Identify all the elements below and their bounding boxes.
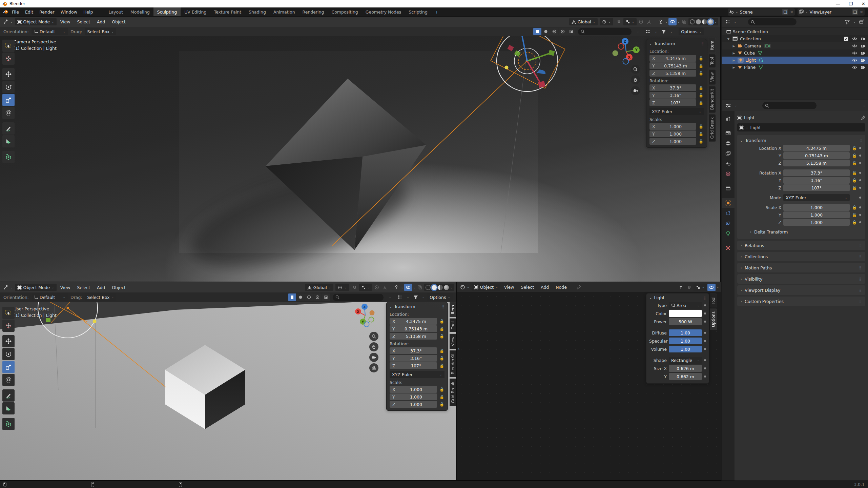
xray-toggle[interactable] xyxy=(680,18,688,25)
rotate-tool[interactable] xyxy=(2,81,15,93)
menu-object[interactable]: Object xyxy=(109,285,129,290)
section-relations[interactable]: ›Relations⣿ xyxy=(737,241,865,250)
animate-dot[interactable] xyxy=(859,162,861,164)
workspace-tab-layout[interactable]: Layout xyxy=(105,7,127,16)
mode-dropdown[interactable]: Object Mode⌄ xyxy=(15,284,57,291)
outliner-row-camera[interactable]: ▶ Camera xyxy=(722,42,868,49)
mirror-dropdown[interactable]: ⌄ xyxy=(386,293,394,301)
viewport-3d-top-canvas[interactable]: Z Y X Camera Perspective (1) Collection … xyxy=(0,36,720,282)
size-y-field[interactable]: 0.662 m xyxy=(669,373,702,380)
mesh-data-icon[interactable] xyxy=(759,65,763,69)
editor-type-button[interactable] xyxy=(459,284,466,291)
rotation-y-field[interactable]: 3.16° xyxy=(783,177,850,184)
animate-dot[interactable] xyxy=(704,340,706,342)
workspace-tab-modeling[interactable]: Modeling xyxy=(127,7,153,16)
drag-handle-icon[interactable]: ⣿ xyxy=(442,305,445,308)
annotate-tool[interactable] xyxy=(2,122,15,135)
node-sidebar-tab-tool[interactable]: Tool xyxy=(710,293,717,307)
section-motion-paths[interactable]: ›Motion Paths⣿ xyxy=(737,263,865,272)
select-new-toggle[interactable] xyxy=(288,293,296,301)
close-button[interactable]: ✕ xyxy=(862,1,865,6)
render-camera-icon[interactable] xyxy=(861,51,865,55)
workspace-tab-texture-paint[interactable]: Texture Paint xyxy=(210,7,245,16)
expand-caret-icon[interactable]: ▶ xyxy=(732,52,736,55)
select-invert-toggle[interactable] xyxy=(559,28,567,35)
transform-panel-header[interactable]: ⌄ Transform ⣿ xyxy=(387,302,448,310)
eye-icon[interactable] xyxy=(852,58,857,62)
outliner-row-scene-collection[interactable]: Scene Collection xyxy=(722,28,868,35)
workspace-tab-uv-editing[interactable]: UV Editing xyxy=(181,7,210,16)
pin-icon[interactable] xyxy=(861,116,865,120)
delta-transform-section[interactable]: › Delta Transform xyxy=(740,227,863,236)
perspective-toggle-button[interactable] xyxy=(369,363,378,372)
outliner-row-light-selected[interactable]: ▶ Light xyxy=(722,57,868,64)
snap-settings-dropdown[interactable]: ⌄ xyxy=(694,284,707,291)
show-overlays-toggle[interactable] xyxy=(404,284,412,291)
select-box-tool[interactable] xyxy=(2,40,15,52)
orientation-dropdown[interactable]: Default⌄ xyxy=(32,28,68,35)
filter-funnel-icon[interactable] xyxy=(844,18,851,26)
lock-open-icon[interactable]: 🔓 xyxy=(852,154,857,158)
lock-open-icon[interactable]: 🔓 xyxy=(439,334,445,339)
shading-material-button[interactable] xyxy=(438,285,443,290)
zoom-button[interactable] xyxy=(631,65,640,74)
zoom-button[interactable] xyxy=(369,332,378,341)
maximize-button[interactable]: ❐ xyxy=(849,1,853,6)
animate-dot[interactable] xyxy=(859,206,861,208)
scene-name[interactable]: Scene xyxy=(740,9,780,15)
light-type-dropdown[interactable]: Area ⌄ xyxy=(669,302,702,309)
tab-world[interactable] xyxy=(722,169,735,179)
viewport-search[interactable] xyxy=(578,28,632,35)
tab-physics[interactable] xyxy=(722,208,735,218)
area-light-data-icon[interactable] xyxy=(759,58,763,62)
expand-caret-icon[interactable]: ▶ xyxy=(732,44,736,48)
scale-x-field[interactable]: 1.000 xyxy=(783,204,850,211)
add-workspace-button[interactable]: + xyxy=(431,7,442,16)
tab-texture[interactable] xyxy=(722,243,735,253)
location-y-field[interactable]: Y0.75143 m xyxy=(390,325,437,332)
node-sidebar-tab-options[interactable]: Options xyxy=(710,308,717,330)
measure-tool[interactable] xyxy=(2,402,15,414)
animate-dot[interactable] xyxy=(704,367,706,369)
pivot-point-dropdown[interactable]: ⌄ xyxy=(600,18,613,25)
rotation-mode-dropdown[interactable]: XYZ Euler⌄ xyxy=(783,194,850,201)
lock-open-icon[interactable]: 🔓 xyxy=(439,402,445,407)
xray-toggle[interactable] xyxy=(416,284,423,291)
annotate-tool[interactable] xyxy=(2,389,15,402)
navigation-gizmo[interactable]: Z Y X xyxy=(611,36,641,67)
outliner-row-cube[interactable]: ▶ Cube xyxy=(722,49,868,57)
lock-open-icon[interactable]: 🔓 xyxy=(439,395,445,399)
lock-open-icon[interactable]: 🔓 xyxy=(439,356,445,361)
render-camera-icon[interactable] xyxy=(861,65,865,69)
drag-handle-icon[interactable]: ⣿ xyxy=(703,296,706,300)
tab-object-data[interactable] xyxy=(722,228,735,239)
shading-solid-button[interactable] xyxy=(432,285,437,290)
move-tool[interactable] xyxy=(2,335,15,347)
measure-tool[interactable] xyxy=(2,135,15,147)
view-object-types-dropdown[interactable] xyxy=(396,293,404,301)
editor-type-button[interactable] xyxy=(2,284,9,291)
menu-render[interactable]: Render xyxy=(36,7,58,16)
proportional-falloff-icon[interactable] xyxy=(381,284,389,291)
orientation-dropdown[interactable]: Default⌄ xyxy=(32,293,68,301)
menu-add[interactable]: Add xyxy=(538,285,552,290)
move-tool[interactable] xyxy=(2,68,15,80)
viewlayer-selector[interactable]: ⌄ ViewLayer ❏ ✕ xyxy=(798,8,865,16)
show-gizmo-dropdown[interactable] xyxy=(657,18,664,25)
render-camera-icon[interactable] xyxy=(861,58,865,62)
menu-help[interactable]: Help xyxy=(80,7,96,16)
section-custom-properties[interactable]: ›Custom Properties⣿ xyxy=(737,297,865,306)
power-field[interactable]: 500 W xyxy=(669,318,702,325)
select-new-toggle[interactable] xyxy=(533,28,541,35)
location-z-field[interactable]: Z5.1358 m xyxy=(390,333,437,340)
eye-icon[interactable] xyxy=(852,65,857,69)
select-extend-toggle[interactable] xyxy=(296,293,305,301)
eye-icon[interactable] xyxy=(852,51,857,55)
properties-options-dropdown[interactable]: ⌄ xyxy=(863,104,865,107)
menu-view[interactable]: View xyxy=(57,19,74,24)
options-dropdown[interactable]: Options⌄ xyxy=(679,28,704,35)
unlink-scene-button[interactable]: ✕ xyxy=(790,9,793,15)
navigation-gizmo[interactable]: Z X Y xyxy=(352,303,378,328)
new-collection-button[interactable] xyxy=(858,18,865,26)
animate-dot[interactable] xyxy=(859,187,861,189)
